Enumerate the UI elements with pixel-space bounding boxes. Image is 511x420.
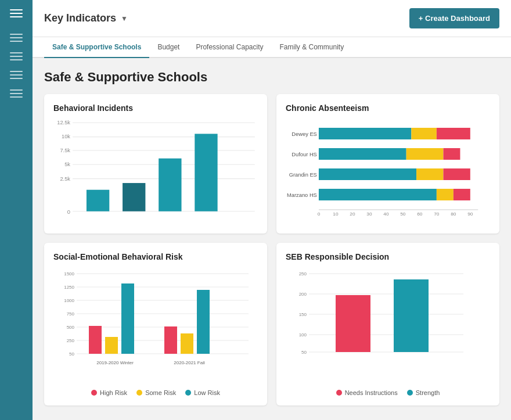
svg-text:7.5k: 7.5k bbox=[60, 147, 70, 153]
legend-strength: Strength bbox=[407, 389, 440, 396]
svg-text:30: 30 bbox=[366, 211, 372, 217]
seb-risk-svg: 1500 1250 1000 750 500 250 50 bbox=[53, 268, 258, 385]
strength-label: Strength bbox=[416, 389, 440, 396]
svg-rect-28 bbox=[437, 128, 470, 139]
behavioral-incidents-chart: 12.5k 10k 7.5k 5k 2.5k 0 bbox=[53, 120, 258, 224]
svg-text:750: 750 bbox=[67, 311, 75, 317]
svg-rect-27 bbox=[411, 128, 436, 139]
charts-grid: Behavioral Incidents 12.5k 10k 7.5k 5k 2… bbox=[44, 94, 499, 405]
header-left: Key Indicators ▼ bbox=[44, 12, 128, 24]
needs-instructions-label: Needs Instructions bbox=[345, 389, 398, 396]
svg-rect-29 bbox=[319, 148, 406, 160]
seb-responsible-legend: Needs Instructions Strength bbox=[286, 389, 490, 396]
svg-text:5k: 5k bbox=[64, 161, 70, 167]
dropdown-arrow-icon[interactable]: ▼ bbox=[121, 15, 128, 23]
sidebar-item-3[interactable] bbox=[10, 71, 23, 79]
chronic-absenteeism-card: Chronic Absenteeism Dewey ES Dufour HS G… bbox=[276, 94, 499, 234]
svg-text:10: 10 bbox=[333, 211, 339, 217]
svg-text:10k: 10k bbox=[62, 133, 70, 139]
svg-text:2019-2020 Winter: 2019-2020 Winter bbox=[96, 360, 134, 365]
svg-text:20: 20 bbox=[350, 211, 355, 217]
svg-text:200: 200 bbox=[299, 292, 307, 297]
svg-text:0: 0 bbox=[67, 209, 70, 215]
seb-responsible-svg: 250 200 150 100 50 bbox=[286, 268, 490, 385]
high-risk-label: High Risk bbox=[100, 389, 127, 396]
sidebar-item-1[interactable] bbox=[10, 34, 23, 42]
svg-rect-34 bbox=[443, 168, 470, 180]
svg-text:12.5k: 12.5k bbox=[57, 120, 70, 125]
svg-rect-30 bbox=[406, 148, 444, 160]
svg-rect-59 bbox=[197, 290, 210, 354]
header: Key Indicators ▼ + Create Dashboard bbox=[33, 0, 511, 37]
bar-2019 bbox=[123, 183, 145, 211]
svg-text:150: 150 bbox=[299, 312, 307, 317]
svg-text:70: 70 bbox=[434, 211, 440, 217]
svg-text:Grandin ES: Grandin ES bbox=[289, 172, 317, 178]
main-content: Key Indicators ▼ + Create Dashboard Safe… bbox=[33, 0, 511, 420]
svg-text:2020-2021 Fall: 2020-2021 Fall bbox=[174, 360, 205, 365]
svg-rect-32 bbox=[319, 168, 416, 180]
svg-rect-53 bbox=[89, 326, 102, 354]
svg-text:1000: 1000 bbox=[64, 298, 74, 303]
bar-2020 bbox=[159, 159, 181, 211]
sidebar-item-4[interactable] bbox=[10, 89, 23, 98]
svg-text:Dufour HS: Dufour HS bbox=[292, 152, 316, 157]
bar-needs-instructions bbox=[336, 295, 370, 352]
svg-text:500: 500 bbox=[67, 325, 75, 330]
seb-risk-title: Social-Emotional Behavioral Risk bbox=[53, 252, 258, 261]
tabs-bar: Safe & Supportive Schools Budget Profess… bbox=[33, 37, 511, 58]
svg-text:50: 50 bbox=[69, 351, 74, 357]
seb-responsible-title: SEB Responsible Decision bbox=[286, 252, 490, 261]
legend-needs-instructions: Needs Instructions bbox=[336, 389, 398, 396]
chronic-absenteeism-chart: Dewey ES Dufour HS Grandin ES Marzano HS… bbox=[286, 120, 490, 224]
svg-rect-37 bbox=[454, 189, 470, 200]
svg-text:40: 40 bbox=[383, 211, 389, 217]
seb-responsible-card: SEB Responsible Decision 250 200 150 100… bbox=[276, 243, 499, 405]
strength-dot bbox=[407, 390, 413, 396]
sidebar-item-2[interactable] bbox=[10, 52, 23, 60]
svg-text:50: 50 bbox=[400, 211, 406, 217]
seb-risk-chart: 1500 1250 1000 750 500 250 50 bbox=[53, 268, 258, 385]
svg-rect-55 bbox=[121, 283, 134, 354]
seb-responsible-chart: 250 200 150 100 50 bbox=[286, 268, 490, 385]
create-dashboard-button[interactable]: + Create Dashboard bbox=[409, 8, 499, 28]
svg-rect-36 bbox=[437, 189, 454, 200]
legend-high-risk: High Risk bbox=[91, 389, 127, 396]
svg-text:80: 80 bbox=[451, 211, 456, 217]
legend-some-risk: Some Risk bbox=[136, 389, 176, 396]
svg-rect-33 bbox=[416, 168, 443, 180]
svg-text:0: 0 bbox=[318, 211, 321, 217]
chronic-absenteeism-svg: Dewey ES Dufour HS Grandin ES Marzano HS… bbox=[286, 120, 490, 224]
svg-rect-54 bbox=[105, 337, 118, 354]
svg-text:1500: 1500 bbox=[64, 271, 74, 277]
behavioral-incidents-svg: 12.5k 10k 7.5k 5k 2.5k 0 bbox=[53, 120, 258, 224]
tab-safe-supportive[interactable]: Safe & Supportive Schools bbox=[44, 37, 149, 58]
svg-text:100: 100 bbox=[299, 332, 307, 338]
bar-2018 bbox=[87, 190, 109, 211]
svg-text:250: 250 bbox=[67, 338, 75, 343]
svg-rect-58 bbox=[181, 333, 193, 354]
svg-rect-57 bbox=[164, 326, 177, 354]
page-title: Key Indicators bbox=[44, 12, 116, 24]
needs-instructions-dot bbox=[336, 390, 342, 396]
content-area: Safe & Supportive Schools Behavioral Inc… bbox=[33, 58, 511, 420]
hamburger-menu[interactable] bbox=[10, 9, 23, 17]
sidebar bbox=[0, 0, 33, 420]
some-risk-dot bbox=[136, 390, 142, 396]
svg-text:1250: 1250 bbox=[64, 285, 74, 290]
svg-text:50: 50 bbox=[301, 350, 307, 355]
svg-rect-35 bbox=[319, 189, 437, 200]
seb-risk-legend: High Risk Some Risk Low Risk bbox=[53, 389, 258, 396]
svg-rect-26 bbox=[319, 128, 411, 139]
some-risk-label: Some Risk bbox=[145, 389, 176, 396]
chronic-absenteeism-title: Chronic Absenteeism bbox=[286, 103, 490, 113]
low-risk-dot bbox=[185, 390, 191, 396]
tab-budget[interactable]: Budget bbox=[149, 37, 188, 58]
bar-2021 bbox=[195, 134, 217, 211]
svg-text:60: 60 bbox=[417, 211, 423, 217]
bar-strength bbox=[394, 279, 429, 352]
svg-rect-31 bbox=[443, 148, 460, 160]
tab-professional-capacity[interactable]: Professional Capacity bbox=[188, 37, 271, 58]
svg-text:Marzano HS: Marzano HS bbox=[287, 192, 317, 198]
tab-family-community[interactable]: Family & Community bbox=[271, 37, 352, 58]
